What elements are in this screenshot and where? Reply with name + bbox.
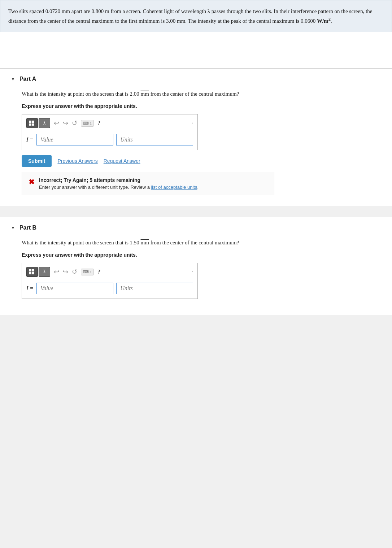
svg-rect-3	[32, 123, 34, 126]
part-a-previous-answers-link[interactable]: Previous Answers	[57, 158, 97, 164]
feedback-text: Enter your answer with a different unit …	[39, 184, 199, 190]
part-b-value-input[interactable]	[36, 283, 113, 294]
part-b-question: What is the intensity at point on the sc…	[22, 238, 381, 247]
part-b-redo-icon[interactable]: ↪	[63, 268, 68, 276]
part-b-matrix-icon[interactable]	[26, 267, 38, 277]
svg-rect-5	[29, 272, 31, 274]
part-a-input-row: I =	[26, 134, 193, 145]
svg-rect-0	[29, 121, 31, 123]
part-a-value-input[interactable]	[36, 134, 113, 145]
part-a-action-row: Submit Previous Answers Request Answer	[22, 155, 381, 167]
part-a-answer-box: Å ↩ ↪ ↺ ⌨ 1 ? · I =	[22, 114, 198, 150]
unit-mm-3: mm	[141, 91, 149, 97]
part-a-input-label: I =	[26, 136, 34, 143]
part-b-math-btn-group: Å	[26, 267, 50, 277]
feedback-title: Incorrect; Try Again; 5 attempts remaini…	[39, 177, 199, 183]
angstrom-icon[interactable]: Å	[39, 118, 50, 128]
spacer-area	[0, 32, 392, 68]
feedback-content: Incorrect; Try Again; 5 attempts remaini…	[39, 177, 199, 190]
part-a-feedback-box: ✖ Incorrect; Try Again; 5 attempts remai…	[22, 172, 274, 195]
matrix-icon[interactable]	[26, 118, 38, 128]
part-b-keyboard-icon[interactable]: ⌨ 1	[81, 269, 94, 275]
help-icon[interactable]: ?	[97, 120, 100, 126]
part-b-content: What is the intensity at point on the sc…	[11, 238, 381, 304]
undo-icon[interactable]: ↩	[54, 119, 59, 127]
part-a-request-answer-link[interactable]: Request Answer	[104, 158, 140, 164]
feedback-text-main: Enter your answer with a different unit …	[39, 184, 150, 190]
between-parts-spacer	[0, 206, 392, 217]
redo-icon[interactable]: ↪	[63, 119, 68, 127]
unit-mm-2: mm	[177, 18, 185, 24]
part-b-title: Part B	[19, 225, 36, 231]
problem-text: Two slits spaced 0.0720 mm apart are 0.8…	[8, 7, 384, 25]
page-container: Two slits spaced 0.0720 mm apart are 0.8…	[0, 0, 392, 315]
part-a-units-input[interactable]	[116, 134, 193, 145]
part-b-input-row: I =	[26, 283, 193, 294]
part-b-express-label: Express your answer with the appropriate…	[22, 252, 381, 258]
part-a-chevron-icon[interactable]: ▼	[11, 77, 15, 82]
part-a-section: ▼ Part A What is the intensity at point …	[0, 68, 392, 206]
part-a-title: Part A	[19, 76, 36, 82]
refresh-icon[interactable]: ↺	[72, 119, 77, 127]
svg-rect-4	[29, 269, 31, 271]
part-b-toolbar: Å ↩ ↪ ↺ ⌨ 1 ? ·	[26, 267, 193, 279]
part-a-toolbar: Å ↩ ↪ ↺ ⌨ 1 ? ·	[26, 118, 193, 130]
part-b-input-label: I =	[26, 285, 34, 292]
feedback-text-end: .	[197, 184, 199, 190]
part-b-chevron-icon[interactable]: ▼	[11, 225, 15, 231]
problem-box: Two slits spaced 0.0720 mm apart are 0.8…	[0, 0, 392, 32]
part-b-refresh-icon[interactable]: ↺	[72, 268, 77, 276]
part-b-section: ▼ Part B What is the intensity at point …	[0, 217, 392, 315]
svg-rect-7	[32, 272, 34, 274]
part-a-header: ▼ Part A	[11, 76, 381, 82]
math-btn-group: Å	[26, 118, 50, 128]
part-b-units-input[interactable]	[116, 283, 193, 294]
part-b-dot-menu[interactable]: ·	[192, 268, 193, 276]
svg-rect-6	[32, 269, 34, 271]
keyboard-icon[interactable]: ⌨ 1	[81, 120, 94, 127]
part-a-express-label: Express your answer with the appropriate…	[22, 103, 381, 109]
unit-mm-4: mm	[141, 240, 149, 245]
part-b-header: ▼ Part B	[11, 225, 381, 231]
unit-m: m	[105, 8, 109, 14]
part-b-help-icon[interactable]: ?	[97, 269, 100, 275]
feedback-link[interactable]: list of acceptable units	[151, 184, 197, 190]
part-a-submit-button[interactable]: Submit	[22, 155, 52, 167]
part-b-undo-icon[interactable]: ↩	[54, 268, 59, 276]
part-b-keyboard-label: ⌨ 1	[83, 270, 92, 274]
part-b-angstrom-icon[interactable]: Å	[39, 267, 50, 277]
unit-mm-1: mm	[62, 8, 70, 14]
svg-rect-1	[29, 123, 31, 126]
keyboard-label: ⌨ 1	[83, 121, 92, 126]
svg-rect-2	[32, 121, 34, 123]
part-a-content: What is the intensity at point on the sc…	[11, 90, 381, 195]
part-a-question: What is the intensity at point on the sc…	[22, 90, 381, 98]
part-b-answer-box: Å ↩ ↪ ↺ ⌨ 1 ? · I =	[22, 263, 198, 299]
dot-menu[interactable]: ·	[192, 119, 193, 127]
error-icon: ✖	[29, 178, 35, 186]
